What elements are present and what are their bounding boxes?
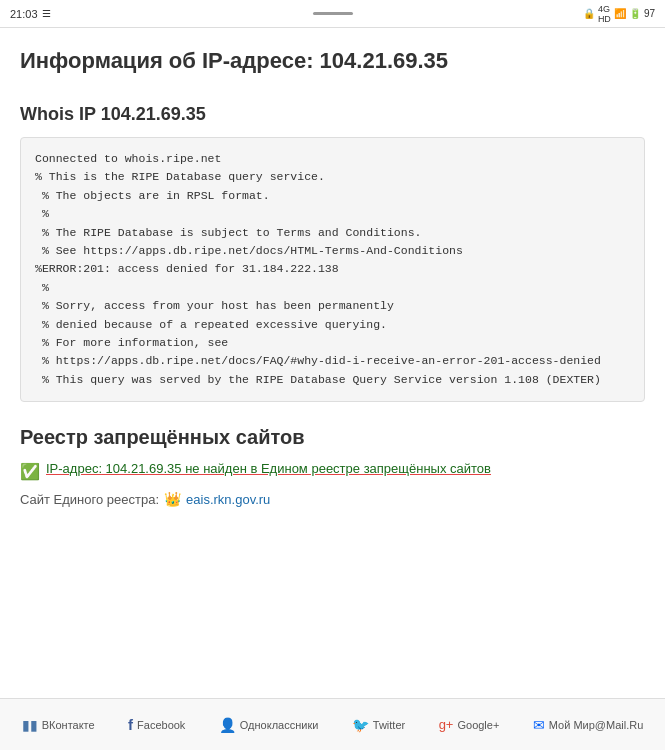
ok-icon: 👤 [219,717,236,733]
page-title: Информация об IP-адресе: 104.21.69.35 [20,48,645,84]
footer-label-mailru: Мой Мир@Mail.Ru [549,719,643,731]
bluetooth-icon: 🔒 [583,8,595,19]
footer-item-facebook[interactable]: f Facebook [124,710,189,739]
whois-heading: Whois IP 104.21.69.35 [20,104,645,125]
wifi-icon: 📶 [614,8,626,19]
rkn-icon: 👑 [164,491,181,507]
twitter-icon: 🐦 [352,717,369,733]
mailru-icon: ✉ [533,717,545,733]
battery-level: 97 [644,8,655,19]
footer-label-vkontakte: ВКонтакте [42,719,95,731]
vk-icon: ▮▮ [22,717,38,733]
footer-social-bar: ▮▮ ВКонтакте f Facebook 👤 Одноклассники … [0,698,665,750]
time-display: 21:03 [10,8,38,20]
registry-site-label: Сайт Единого реестра: [20,492,159,507]
registry-title: Реестр запрещённых сайтов [20,426,645,449]
registry-status-text[interactable]: IP-адрес: 104.21.69.35 не найден в Едино… [46,461,491,476]
battery-icon: 🔋 [629,8,641,19]
status-time: 21:03 ☰ [10,8,51,20]
notch-indicator [313,12,353,15]
footer-item-googleplus[interactable]: g+ Google+ [435,711,504,738]
footer-item-vkontakte[interactable]: ▮▮ ВКонтакте [18,711,99,739]
googleplus-icon: g+ [439,717,454,732]
main-content: Информация об IP-адресе: 104.21.69.35 Wh… [0,28,665,708]
check-circle-icon: ✅ [20,462,40,481]
registry-section: Реестр запрещённых сайтов ✅ IP-адрес: 10… [20,426,645,507]
registry-site-link[interactable]: eais.rkn.gov.ru [186,492,270,507]
footer-item-odnoklassniki[interactable]: 👤 Одноклассники [215,711,323,739]
facebook-icon: f [128,716,133,733]
footer-label-googleplus: Google+ [457,719,499,731]
footer-item-mailru[interactable]: ✉ Мой Мир@Mail.Ru [529,711,647,739]
registry-status-link[interactable]: IP-адрес: 104.21.69.35 не найден в Едино… [46,461,491,476]
whois-content: Connected to whois.ripe.net % This is th… [20,137,645,402]
registry-site-row: Сайт Единого реестра: 👑 eais.rkn.gov.ru [20,491,645,507]
footer-label-facebook: Facebook [137,719,185,731]
signal-text: 4GHD [598,4,611,24]
footer-label-odnoklassniki: Одноклассники [240,719,319,731]
status-icons: 🔒 4GHD 📶 🔋 97 [583,4,655,24]
footer-label-twitter: Twitter [373,719,405,731]
footer-item-twitter[interactable]: 🐦 Twitter [348,711,409,739]
alarm-icon: ☰ [42,8,51,19]
status-bar: 21:03 ☰ 🔒 4GHD 📶 🔋 97 [0,0,665,28]
registry-status-row: ✅ IP-адрес: 104.21.69.35 не найден в Еди… [20,461,645,481]
